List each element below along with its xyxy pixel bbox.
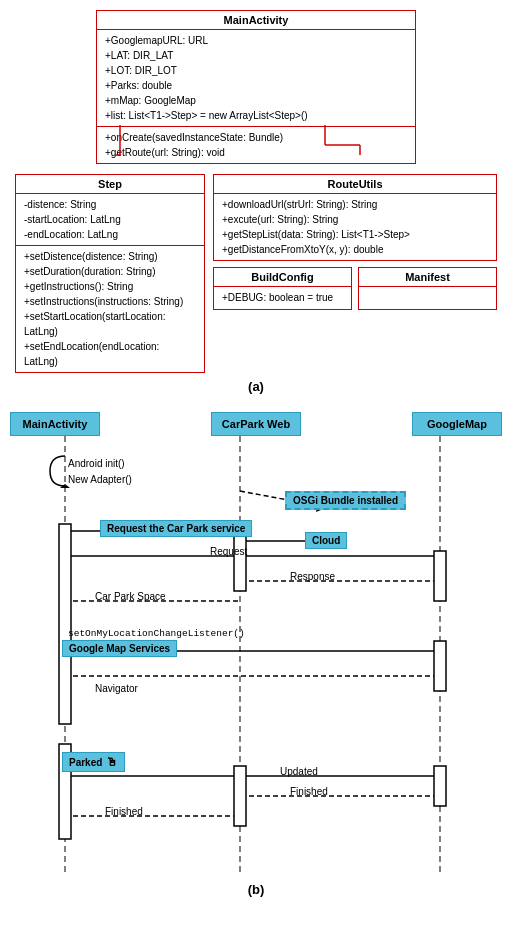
seq-body: Android init() New Adapter() OSGi Bundle… bbox=[10, 436, 502, 876]
svg-marker-25 bbox=[236, 773, 244, 779]
parked-label: Parked bbox=[69, 757, 102, 768]
svg-marker-27 bbox=[436, 773, 444, 779]
google-map-services-note: Google Map Services bbox=[62, 640, 177, 657]
cloud-note: Cloud bbox=[305, 532, 347, 549]
bottom-row: Step -distence: String -startLocation: L… bbox=[15, 174, 497, 373]
svg-marker-31 bbox=[61, 813, 69, 819]
actor-googlemap: GoogleMap bbox=[412, 412, 502, 436]
build-config-attrs: +DEBUG: boolean = true bbox=[214, 287, 351, 308]
response-label: Response bbox=[290, 571, 335, 582]
step-box: Step -distence: String -startLocation: L… bbox=[15, 174, 205, 373]
manifest-title: Manifest bbox=[359, 268, 496, 287]
build-config-box: BuildConfig +DEBUG: boolean = true bbox=[213, 267, 352, 310]
svg-rect-34 bbox=[234, 536, 246, 591]
build-config-title: BuildConfig bbox=[214, 268, 351, 287]
svg-marker-15 bbox=[436, 553, 444, 559]
parked-note: Parked 🖱 bbox=[62, 752, 125, 772]
route-utils-box: RouteUtils +downloadUrl(strUrl: String):… bbox=[213, 174, 497, 261]
svg-rect-35 bbox=[234, 766, 246, 826]
part-a-label: (a) bbox=[15, 379, 497, 394]
android-init-label: Android init() bbox=[68, 458, 125, 469]
part-b-label: (b) bbox=[10, 882, 502, 897]
main-activity-title: MainActivity bbox=[97, 11, 415, 30]
request-carpark-note: Request the Car Park service bbox=[100, 520, 252, 537]
sequence-diagram-section: MainActivity CarPark Web GoogleMap bbox=[0, 407, 512, 915]
request-label: Request bbox=[210, 546, 247, 557]
main-activity-box: MainActivity +GooglemapURL: URL +LAT: DI… bbox=[96, 10, 416, 164]
route-utils-col: RouteUtils +downloadUrl(strUrl: String):… bbox=[213, 174, 497, 310]
step-title: Step bbox=[16, 175, 204, 194]
svg-rect-36 bbox=[434, 551, 446, 601]
class-diagram-container: MainActivity +GooglemapURL: URL +LAT: DI… bbox=[15, 10, 497, 373]
route-utils-methods: +downloadUrl(strUrl: String): String +ex… bbox=[214, 194, 496, 260]
finished-label-2: Finished bbox=[105, 806, 143, 817]
seq-actor-row: MainActivity CarPark Web GoogleMap bbox=[10, 412, 502, 436]
main-activity-methods: +onCreate(savedInstanceState: Bundle) +g… bbox=[97, 127, 415, 163]
actor-main-activity: MainActivity bbox=[10, 412, 100, 436]
build-manifest-row: BuildConfig +DEBUG: boolean = true Manif… bbox=[213, 267, 497, 310]
navigator-label: Navigator bbox=[95, 683, 138, 694]
svg-marker-21 bbox=[436, 648, 444, 654]
updated-label: Updated bbox=[280, 766, 318, 777]
svg-marker-19 bbox=[61, 598, 69, 604]
new-adapter-label: New Adapter() bbox=[68, 474, 132, 485]
actor-carpark-web: CarPark Web bbox=[211, 412, 301, 436]
osgi-bundle-note: OSGi Bundle installed bbox=[285, 491, 406, 510]
step-attrs: -distence: String -startLocation: LatLng… bbox=[16, 194, 204, 246]
route-utils-title: RouteUtils bbox=[214, 175, 496, 194]
manifest-empty bbox=[359, 287, 496, 309]
set-location-listener-label: setOnMyLocationChangeListener() bbox=[68, 628, 245, 639]
svg-marker-17 bbox=[236, 578, 244, 584]
car-park-space-label: Car Park Space bbox=[95, 591, 166, 602]
svg-rect-37 bbox=[434, 641, 446, 691]
svg-rect-38 bbox=[434, 766, 446, 806]
main-activity-attrs: +GooglemapURL: URL +LAT: DIR_LAT +LOT: D… bbox=[97, 30, 415, 127]
step-methods: +setDistence(distence: String) +setDurat… bbox=[16, 246, 204, 372]
cursor-icon: 🖱 bbox=[106, 755, 118, 769]
svg-marker-23 bbox=[61, 673, 69, 679]
svg-marker-29 bbox=[236, 793, 244, 799]
main-activity-wrap: MainActivity +GooglemapURL: URL +LAT: DI… bbox=[15, 10, 497, 164]
manifest-box: Manifest bbox=[358, 267, 497, 310]
svg-rect-32 bbox=[59, 524, 71, 724]
finished-label-1: Finished bbox=[290, 786, 328, 797]
class-diagram-section: MainActivity +GooglemapURL: URL +LAT: DI… bbox=[0, 0, 512, 407]
